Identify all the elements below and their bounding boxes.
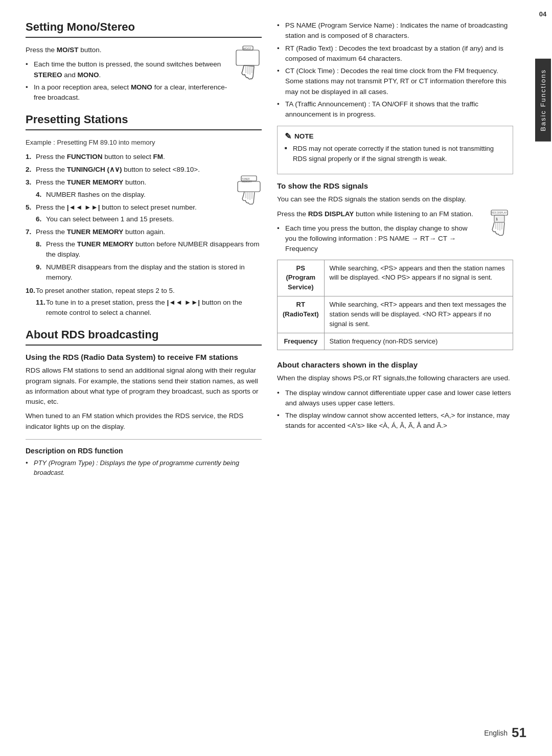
presetting-example: Example : Presetting FM 89.10 into memor… <box>26 138 262 148</box>
table-cell-ps-desc: While searching, <PS> appears and then t… <box>324 260 513 296</box>
rds-signals-title: To show the RDS signals <box>277 181 513 190</box>
list-item: In a poor reception area, select MONO fo… <box>26 82 262 103</box>
list-item: Press the FUNCTION button to select FM. <box>26 152 262 162</box>
svg-text:MO/ST: MO/ST <box>243 47 251 50</box>
rds-table: PS(ProgramService) While searching, <PS>… <box>277 260 513 351</box>
list-item: RT (Radio Text) : Decodes the text broad… <box>277 43 513 64</box>
characters-bullets: The display window cannot differentiate … <box>277 388 513 431</box>
list-item: TA (Traffic Announcement) : TA ON/OFF it… <box>277 99 513 120</box>
table-cell-freq-desc: Station frequency (non-RDS service) <box>324 333 513 350</box>
mono-stereo-intro: Press the MO/ST button. <box>26 45 262 55</box>
list-item: NUMBER disappears from the display and t… <box>36 262 262 283</box>
list-item: Press the TUNER MEMORY button before NUM… <box>36 239 262 260</box>
table-cell-freq-label: Frequency <box>278 333 325 350</box>
content-area: Setting Mono/Stereo MO/ST <box>0 0 534 756</box>
rds-signals-para1: You can see the RDS signals the station … <box>277 194 513 204</box>
table-cell-rt-label: RT(RadioText) <box>278 296 325 333</box>
list-item: You can select between 1 and 15 presets. <box>36 214 262 224</box>
list-item: PTY (Program Type) : Displays the type o… <box>26 458 262 478</box>
rds-para2: When tuned to an FM station which provid… <box>26 411 262 432</box>
step3-sub: NUMBER flashes on the display. <box>36 190 262 200</box>
table-cell-ps-label: PS(ProgramService) <box>278 260 325 296</box>
list-item: To tune in to a preset station, press th… <box>36 297 262 318</box>
presetting-steps: Press the FUNCTION button to select FM. … <box>26 152 262 318</box>
step5-sub: Press the TUNER MEMORY button before NUM… <box>36 239 262 283</box>
page: Setting Mono/Stereo MO/ST <box>0 0 552 756</box>
svg-text:1: 1 <box>496 217 498 221</box>
table-cell-rt-desc: While searching, <RT> appears and then t… <box>324 296 513 333</box>
side-tab: 04 Basic Functions <box>534 0 552 756</box>
list-item: Press the TUNER MEMORY button. TUNER MEM… <box>26 177 262 200</box>
rds-signals-para2: Press the RDS DISPLAY button while liste… <box>277 209 513 219</box>
chapter-title: Basic Functions <box>535 59 551 142</box>
list-item: PS NAME (Program Service Name) : Indicat… <box>277 20 513 41</box>
svg-text:RDS DISPLAY: RDS DISPLAY <box>492 212 507 214</box>
list-item: Press the TUNER MEMORY button again. Pre… <box>26 227 262 283</box>
step6-sub: To tune in to a preset station, press th… <box>36 297 262 318</box>
rds-para1: RDS allows FM stations to send an additi… <box>26 365 262 407</box>
section-rds-title: About RDS broadcasting <box>26 328 262 346</box>
list-item: NUMBER flashes on the display. <box>36 190 262 200</box>
page-number-area: English 51 <box>484 725 526 741</box>
rds-subtitle: Using the RDS (Radio Data System) to rec… <box>26 353 262 361</box>
rds-right-bullets: PS NAME (Program Service Name) : Indicat… <box>277 20 513 120</box>
section-mono-stereo: Setting Mono/Stereo MO/ST <box>26 20 262 103</box>
rds-desc-title: Description on RDS function <box>26 447 262 455</box>
left-column: Setting Mono/Stereo MO/ST <box>26 20 262 736</box>
section-presetting: Presetting Stations Example : Presetting… <box>26 113 262 318</box>
section-characters: About characters shown in the display Wh… <box>277 360 513 431</box>
characters-title: About characters shown in the display <box>277 360 513 369</box>
list-item: The display window cannot show accented … <box>277 410 513 431</box>
list-item: Each time the button is pressed, the sou… <box>26 59 262 80</box>
list-item: To preset another station, repeat steps … <box>26 286 262 318</box>
section-mono-stereo-title: Setting Mono/Stereo <box>26 20 262 38</box>
page-language: English <box>484 729 508 737</box>
table-row: Frequency Station frequency (non-RDS ser… <box>278 333 513 350</box>
mono-stereo-bullets: Each time the button is pressed, the sou… <box>26 59 262 103</box>
note-box: ✎ NOTE RDS may not operate correctly if … <box>277 126 513 174</box>
table-row: RT(RadioText) While searching, <RT> appe… <box>278 296 513 333</box>
list-item: Press the |◄◄ ►►| button to select prese… <box>26 202 262 225</box>
note-items: RDS may not operate correctly if the sta… <box>285 144 505 164</box>
note-title: ✎ NOTE <box>285 131 505 141</box>
right-column: PS NAME (Program Service Name) : Indicat… <box>277 20 513 736</box>
list-item: CT (Clock Time) : Decodes the real time … <box>277 66 513 97</box>
divider <box>26 439 262 440</box>
rds-desc-bullets: PTY (Program Type) : Displays the type o… <box>26 458 262 478</box>
chapter-number: 04 <box>539 10 546 18</box>
section-presetting-title: Presetting Stations <box>26 113 262 130</box>
list-item: The display window cannot differentiate … <box>277 388 513 409</box>
step4-sub: You can select between 1 and 15 presets. <box>36 214 262 224</box>
note-icon: ✎ <box>285 131 291 141</box>
list-item: RDS may not operate correctly if the sta… <box>285 144 505 164</box>
characters-para1: When the display shows PS,or RT signals,… <box>277 373 513 383</box>
table-row: PS(ProgramService) While searching, <PS>… <box>278 260 513 296</box>
section-rds-signals: To show the RDS signals You can see the … <box>277 181 513 350</box>
list-item: Press the TUNING/CH (∧∨) button to selec… <box>26 165 262 175</box>
page-number: 51 <box>512 725 526 741</box>
list-item: Each time you press the button, the disp… <box>277 223 513 255</box>
section-rds: About RDS broadcasting Using the RDS (Ra… <box>26 328 262 478</box>
rds-signals-bullets: Each time you press the button, the disp… <box>277 223 513 255</box>
